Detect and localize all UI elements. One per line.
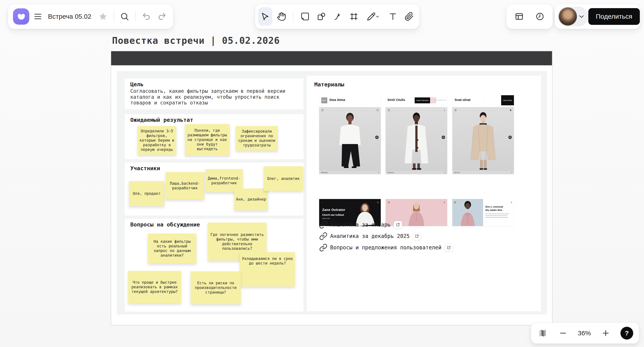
sticky-note[interactable]: Олег, аналитик <box>264 166 303 191</box>
sticky-note[interactable]: Аня, дизайнер <box>234 188 268 210</box>
product-label: SiPh lie <box>454 172 460 173</box>
participants-card[interactable]: Участники Оля, продакт Паша,backend-разр… <box>125 162 304 216</box>
help-button[interactable]: ? <box>620 327 633 340</box>
moodboard-site-tile: SinO Ctulis Feaed Cotw jema ⓓ caritot or… <box>386 94 447 174</box>
favorite-button[interactable] <box>96 7 110 26</box>
external-link-icon <box>415 234 419 238</box>
history-button[interactable] <box>532 7 548 26</box>
attachment-tool[interactable] <box>402 7 416 26</box>
star-icon <box>98 12 108 21</box>
search-glyph: ⌕ <box>483 99 484 101</box>
site-logo: BIOC <box>321 97 327 103</box>
pan-tool[interactable] <box>274 7 288 26</box>
minus-icon <box>558 329 568 338</box>
avatar[interactable] <box>558 7 577 26</box>
connector-icon <box>333 12 342 21</box>
goal-card[interactable]: Цель Согласовать, какие фильтры запускае… <box>125 78 304 109</box>
text-icon <box>388 12 398 21</box>
sticky-note[interactable]: Паша,backend-разработчик <box>166 172 204 199</box>
sticky-note[interactable]: Определили 3–5 фильтров, которые берем в… <box>138 126 176 155</box>
site-brand: Siea Atma <box>329 98 345 102</box>
split-headline: Srio L rnoeoeat <box>485 205 512 208</box>
app-logo[interactable] <box>13 8 29 25</box>
zoom-in-button[interactable] <box>600 327 612 340</box>
open-external-button[interactable] <box>394 221 402 229</box>
material-link[interactable]: Вопросы и предложения пользователей <box>319 243 453 253</box>
goal-text: Согласовать, какие фильтры запускаем в п… <box>130 88 299 106</box>
questions-card[interactable]: Вопросы на обсуждение На какие фильтры е… <box>125 219 304 312</box>
panels-button[interactable] <box>511 7 527 26</box>
app-logo-icon <box>16 11 26 21</box>
menu-button[interactable] <box>30 7 45 26</box>
goal-title: Цель <box>130 81 144 87</box>
sticky-note[interactable]: Оля, продакт <box>129 181 164 206</box>
open-external-button[interactable] <box>413 232 421 240</box>
redo-button[interactable] <box>155 7 169 26</box>
agenda-frame: Цель Согласовать, какие фильтры запускае… <box>111 51 552 326</box>
undo-icon <box>142 12 151 21</box>
expected-result-card[interactable]: Ожидаемый результат Определили 3–5 фильт… <box>125 114 304 159</box>
sticky-note[interactable]: Что проще и быстрее реализовать в рамках… <box>128 271 181 303</box>
moodboard-image[interactable]: BIOC Siea Atma ☰ ☷ <box>319 94 514 208</box>
user-toolbar: Поделиться <box>555 4 640 29</box>
material-link[interactable]: Аналитика за декабрь 2025 <box>319 231 421 241</box>
user-menu[interactable] <box>558 6 588 26</box>
model-photo <box>452 199 483 226</box>
minimap-button[interactable] <box>537 327 548 340</box>
tools-toolbar <box>255 4 420 29</box>
sticky-note-tool[interactable] <box>298 7 312 26</box>
minimap-icon <box>538 328 548 338</box>
split-subline: Sty eaialo dioe <box>485 208 512 212</box>
frame-icon <box>349 12 358 21</box>
external-link-icon <box>396 223 400 227</box>
placeholder-text-lines <box>485 214 510 219</box>
frame-title[interactable]: Повестка встречи | 05.02.2026 <box>112 35 280 46</box>
sticky-note[interactable]: Поняли, где размещаем фильтры на страниц… <box>185 124 230 155</box>
search-button[interactable] <box>118 7 132 26</box>
open-external-button[interactable] <box>444 244 453 252</box>
frame-tool[interactable] <box>347 7 361 26</box>
panels-toolbar <box>506 4 553 29</box>
undo-button[interactable] <box>139 7 154 26</box>
divider <box>293 11 294 22</box>
pagination-dot <box>442 136 445 139</box>
product-label: SiSfrerie <box>387 172 394 173</box>
moodboard-site-tile: BIOC Siea Atma ☰ ☷ <box>319 94 381 174</box>
sticky-note[interactable]: Есть ли риски по производительности стра… <box>190 271 241 304</box>
zoom-toolbar: 36% ? <box>531 323 639 344</box>
sticky-note[interactable]: На какие фильтры есть реальный запрос по… <box>148 234 196 264</box>
main-toolbar: Встреча 05.02 <box>8 4 174 29</box>
whiteboard-app: Повестка встречи | 05.02.2026 Цель Согла… <box>0 0 644 347</box>
materials-card[interactable]: Материалы BIOC Siea Atma ☰ ☷ <box>307 76 541 311</box>
sticky-note[interactable]: Укладываемся ли в срок до шести недель? <box>240 252 295 287</box>
share-button[interactable]: Поделиться <box>588 8 640 25</box>
pen-tool[interactable] <box>364 7 384 26</box>
site-cta-badge: Snimi Geask <box>501 95 514 105</box>
shapes-tool[interactable] <box>314 7 328 26</box>
frame-header-bar <box>111 51 552 65</box>
zoom-out-button[interactable] <box>557 327 569 340</box>
moodboard-split-tile: ☰ ≡ Srio L rnoeoeat Sty eaialo dioe <box>452 199 514 226</box>
plus-icon <box>601 329 610 338</box>
board-title[interactable]: Встреча 05.02 <box>48 13 91 20</box>
material-link[interactable]: Аналитика за январь <box>319 220 402 230</box>
site-nav-badge: Feaed Cotw jema <box>415 97 430 103</box>
divider <box>114 11 114 22</box>
pagination-dot <box>508 136 512 139</box>
materials-title: Материалы <box>314 81 344 88</box>
zoom-level[interactable]: 36% <box>578 330 591 337</box>
panels-icon <box>514 12 524 21</box>
cursor-icon <box>260 12 270 21</box>
material-link-label[interactable]: Аналитика за декабрь 2025 <box>330 233 410 239</box>
chevron-down-icon <box>374 14 380 19</box>
chevron-down-icon <box>578 13 585 20</box>
material-link-label[interactable]: Аналитика за январь <box>330 222 391 228</box>
model-photo <box>452 107 514 171</box>
hand-icon <box>277 12 286 21</box>
material-link-label[interactable]: Вопросы и предложения пользователей <box>330 245 442 251</box>
text-tool[interactable] <box>386 7 400 26</box>
site-brand: SinO Ctulis <box>387 98 405 102</box>
connector-tool[interactable] <box>330 7 345 26</box>
select-tool[interactable] <box>258 7 272 26</box>
sticky-note[interactable]: Зафиксировали ограничения по срокам и оц… <box>236 126 278 151</box>
